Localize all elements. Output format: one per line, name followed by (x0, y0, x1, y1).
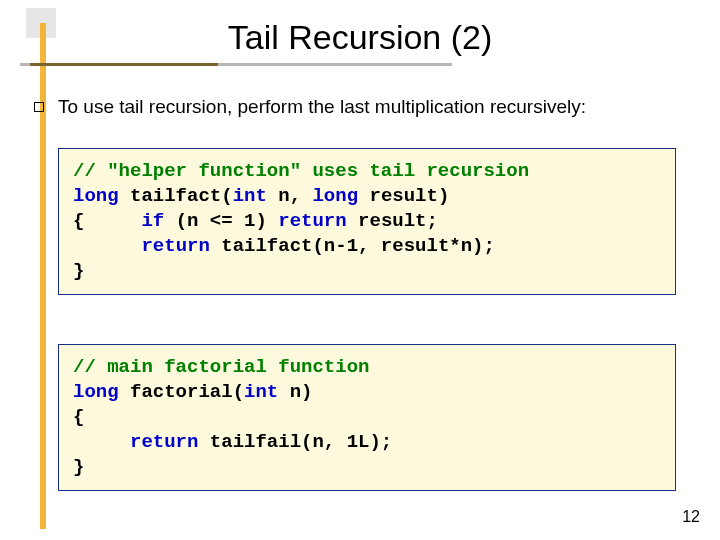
code-keyword: int (233, 185, 267, 207)
page-number: 12 (682, 508, 700, 526)
code-keyword: return (278, 210, 346, 232)
code-keyword: long (312, 185, 358, 207)
decoration-horizontal-brown (30, 63, 218, 66)
code-span: } (73, 260, 84, 282)
code-keyword: return (141, 235, 209, 257)
code-span: result) (358, 185, 449, 207)
code-span: (n <= 1) (164, 210, 278, 232)
code-span: } (73, 456, 84, 478)
code-span: tailfact(n-1, result*n); (210, 235, 495, 257)
code-span: tailfail(n, 1L); (198, 431, 392, 453)
code-keyword: long (73, 185, 119, 207)
slide-title: Tail Recursion (2) (0, 18, 720, 57)
code-keyword: if (141, 210, 164, 232)
code-keyword: long (73, 381, 119, 403)
slide: Tail Recursion (2) To use tail recursion… (0, 0, 720, 540)
code-text: // main factorial function long factoria… (73, 355, 661, 480)
code-text: // "helper function" uses tail recursion… (73, 159, 661, 284)
code-span: { (73, 406, 84, 428)
code-span (73, 431, 130, 453)
code-keyword: return (130, 431, 198, 453)
code-span: tailfact( (119, 185, 233, 207)
code-span: { (73, 210, 141, 232)
bullet-box-icon (34, 102, 44, 112)
code-keyword: int (244, 381, 278, 403)
code-comment: // main factorial function (73, 356, 369, 378)
bullet-item: To use tail recursion, perform the last … (34, 96, 586, 118)
code-span: n) (278, 381, 312, 403)
code-span (73, 235, 141, 257)
code-block-main: // main factorial function long factoria… (58, 344, 676, 491)
code-comment: // "helper function" uses tail recursion (73, 160, 529, 182)
code-span: result; (347, 210, 438, 232)
code-span: factorial( (119, 381, 244, 403)
bullet-text: To use tail recursion, perform the last … (58, 96, 586, 118)
code-block-helper: // "helper function" uses tail recursion… (58, 148, 676, 295)
code-span: n, (267, 185, 313, 207)
